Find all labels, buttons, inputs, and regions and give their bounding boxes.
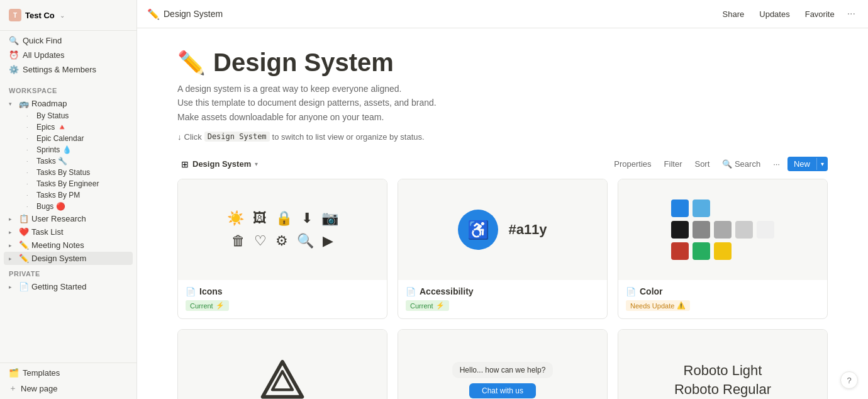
meeting-notes-arrow: ▸ — [9, 242, 16, 249]
card-icons-body: 📄 Icons Current ⚡ — [178, 280, 387, 318]
page-desc-line3: Make assets downloadable for anyone on y… — [177, 110, 828, 124]
image-icon: 🖼 — [253, 210, 267, 227]
sidebar-item-roadmap[interactable]: ▾ 🚌 Roadmap — [4, 97, 133, 110]
sidebar-item-user-research[interactable]: ▸ 📋 User Research — [4, 212, 133, 225]
page-header: ✏️ Design System A design system is a gr… — [177, 48, 828, 142]
sidebar-item-tasks-by-engineer[interactable]: · Tasks By Engineer — [16, 178, 133, 189]
chat-cta-button: Chat with us — [469, 383, 536, 398]
sort-button[interactable]: Sort — [689, 157, 715, 171]
search-db-icon: 🔍 — [722, 159, 732, 169]
user-research-arrow: ▸ — [9, 216, 16, 222]
share-button[interactable]: Share — [718, 8, 750, 21]
card-icons[interactable]: ☀️ 🖼 🔒 ⬇ 📷 🗑 ♡ ⚙ 🔍 ▶ — [177, 179, 387, 319]
db-icon: ⊞ — [181, 159, 189, 169]
sidebar-item-getting-started-label: Getting Started — [31, 282, 128, 291]
card-color-status-emoji: ⚠️ — [677, 301, 686, 310]
card-typography[interactable]: Roboto Light Roboto Regular 📄 Typography — [618, 329, 828, 399]
sidebar-item-task-list[interactable]: ▸ ❤️ Task List — [4, 225, 133, 239]
a11y-person-icon: ♿ — [458, 210, 498, 250]
card-accessibility[interactable]: ♿ #a11y 📄 Accessibility Current ⚡ — [398, 179, 608, 319]
sidebar-item-bugs[interactable]: · Bugs 🔴 — [16, 201, 133, 212]
card-icons-title-row: 📄 Icons — [186, 286, 379, 296]
sidebar-item-tasks[interactable]: · Tasks 🔧 — [16, 155, 133, 167]
card-logo-preview — [178, 330, 387, 399]
card-logo[interactable]: 📄 Logo — [177, 329, 387, 399]
card-color[interactable]: 📄 Color Needs Update ⚠️ — [618, 179, 828, 319]
new-record-chevron-icon[interactable]: ▾ — [816, 158, 828, 170]
nav-quick-find[interactable]: 🔍 Quick Find — [4, 33, 133, 48]
card-icons-title: Icons — [199, 286, 223, 296]
topbar-page-icon: ✏️ — [147, 8, 160, 20]
gallery-grid: ☀️ 🖼 🔒 ⬇ 📷 🗑 ♡ ⚙ 🔍 ▶ — [177, 179, 828, 399]
private-section-label: PRIVATE — [4, 265, 133, 280]
card-color-title-icon: 📄 — [626, 287, 636, 296]
roadmap-icon: 🚌 — [19, 99, 29, 108]
design-system-icon: ✏️ — [19, 254, 29, 263]
topbar: ✏️ Design System Share Updates Favorite … — [137, 0, 868, 28]
updates-button[interactable]: Updates — [754, 8, 794, 21]
sidebar-item-epics[interactable]: · Epics 🔺 — [16, 121, 133, 133]
tasks-by-status-arrow: · — [26, 169, 34, 176]
nav-settings[interactable]: ⚙️ Settings & Members — [4, 62, 133, 77]
updates-icon: ⏰ — [9, 50, 19, 60]
sidebar-item-by-status-label: By Status — [36, 111, 128, 120]
templates-nav-item[interactable]: 🗂️ Templates — [4, 366, 133, 380]
color-swatch-empty2 — [735, 200, 753, 217]
sidebar-item-tasks-by-status[interactable]: · Tasks By Status — [16, 167, 133, 178]
card-icons-status-emoji: ⚡ — [216, 301, 225, 310]
sidebar-scroll: WORKSPACE ▾ 🚌 Roadmap · By Status · Epic… — [0, 79, 136, 362]
sidebar-item-epic-calendar[interactable]: · Epic Calendar — [16, 133, 133, 144]
hint-row: ↓ Click Design System to switch to list … — [177, 132, 828, 142]
color-swatch-yellow — [714, 242, 732, 260]
favorite-button[interactable]: Favorite — [800, 8, 840, 21]
tasks-arrow: · — [26, 158, 34, 164]
sidebar-item-meeting-notes[interactable]: ▸ ✏️ Meeting Notes — [4, 239, 133, 252]
topbar-page-title: Design System — [164, 9, 223, 19]
roadmap-children: · By Status · Epics 🔺 · Epic Calendar · … — [4, 110, 133, 212]
color-swatch-empty5 — [757, 242, 774, 260]
properties-button[interactable]: Properties — [609, 157, 656, 171]
card-support[interactable]: Hello... how can we help? Chat with us 📄… — [398, 329, 608, 399]
db-more-button[interactable]: ··· — [768, 157, 785, 171]
topbar-title-group: ✏️ Design System — [147, 8, 223, 20]
color-swatch-empty1 — [714, 200, 732, 217]
hint-text-before: Click — [184, 132, 202, 142]
db-title-group[interactable]: ⊞ Design System ▾ — [177, 157, 262, 171]
card-color-status: Needs Update ⚠️ — [626, 300, 690, 311]
more-options-button[interactable]: ··· — [845, 6, 858, 21]
sidebar-item-design-system[interactable]: ▸ ✏️ Design System — [4, 252, 133, 265]
workspace-avatar: T — [9, 9, 21, 21]
sidebar-item-by-status[interactable]: · By Status — [16, 110, 133, 121]
main-content: ✏️ Design System Share Updates Favorite … — [137, 0, 868, 399]
card-a11y-preview: ♿ #a11y — [398, 179, 607, 280]
help-button[interactable]: ? — [840, 371, 858, 389]
workspace-title[interactable]: T Test Co ⌄ — [6, 5, 130, 25]
sidebar-item-sprints[interactable]: · Sprints 💧 — [16, 144, 133, 155]
workspace-section-label: WORKSPACE — [4, 82, 133, 97]
getting-started-arrow: ▸ — [9, 284, 16, 290]
card-color-body: 📄 Color Needs Update ⚠️ — [618, 280, 827, 318]
sidebar-item-task-list-label: Task List — [31, 227, 128, 237]
nav-all-updates[interactable]: ⏰ All Updates — [4, 48, 133, 62]
sidebar-bottom: 🗂️ Templates ＋ New page — [0, 362, 136, 399]
sidebar: T Test Co ⌄ 🔍 Quick Find ⏰ All Updates ⚙… — [0, 0, 137, 399]
search-db-button[interactable]: 🔍 Search — [717, 157, 765, 171]
filter-button[interactable]: Filter — [659, 157, 687, 171]
new-page-nav-item[interactable]: ＋ New page — [4, 380, 133, 396]
sidebar-top: T Test Co ⌄ — [0, 0, 136, 31]
templates-icon: 🗂️ — [9, 368, 19, 378]
card-a11y-status-emoji: ⚡ — [436, 301, 445, 310]
db-chevron-icon: ▾ — [255, 160, 258, 167]
magnify-icon: 🔍 — [297, 233, 314, 249]
epic-calendar-arrow: · — [26, 135, 34, 142]
sidebar-item-getting-started[interactable]: ▸ 📄 Getting Started — [4, 280, 133, 293]
sidebar-item-bugs-label: Bugs 🔴 — [36, 202, 128, 211]
sidebar-item-tasks-by-engineer-label: Tasks By Engineer — [36, 179, 128, 188]
icons-preview-content: ☀️ 🖼 🔒 ⬇ 📷 🗑 ♡ ⚙ 🔍 ▶ — [227, 179, 338, 280]
nav-all-updates-label: All Updates — [23, 50, 64, 60]
color-swatch-gray3 — [735, 221, 753, 239]
camera-icon: 📷 — [321, 210, 338, 227]
database-header: ⊞ Design System ▾ Properties Filter Sort… — [177, 157, 828, 171]
new-record-button[interactable]: New ▾ — [787, 157, 828, 171]
sidebar-item-tasks-by-pm[interactable]: · Tasks By PM — [16, 189, 133, 201]
